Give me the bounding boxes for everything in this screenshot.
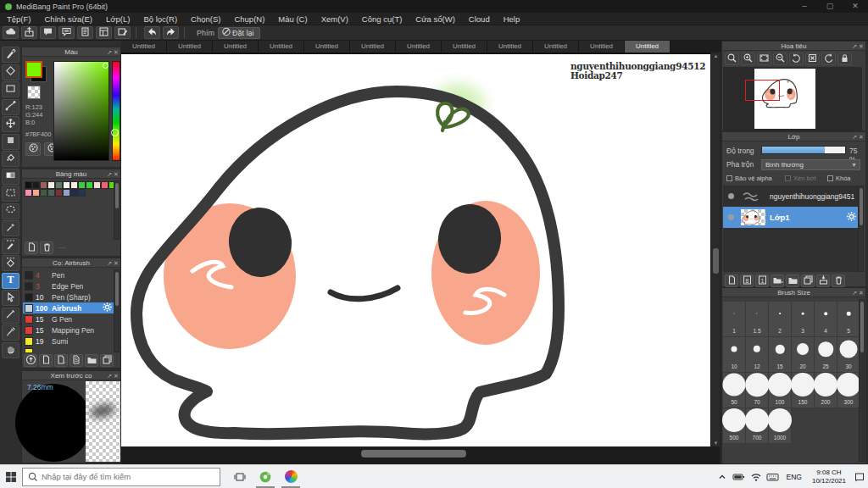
select-rect-tool[interactable] [2, 81, 19, 97]
taskbar-clock[interactable]: 9:08 CH 10/12/2021 [807, 469, 851, 485]
viewport-rectangle[interactable] [745, 80, 780, 101]
palette-swatch-20[interactable] [78, 189, 86, 197]
bucket-tool[interactable] [2, 151, 19, 167]
action-center[interactable] [851, 465, 868, 488]
menu-ch-n-s-[interactable]: Chọn(S) [184, 13, 227, 25]
brush-size-20[interactable]: 20 [792, 337, 815, 373]
transparent-color-swatch[interactable] [27, 86, 41, 99]
minimize-button[interactable]: – [792, 0, 817, 13]
tab-1[interactable]: Untitled [121, 41, 167, 53]
brush-tool[interactable] [2, 47, 19, 63]
tab-2[interactable]: Untitled [167, 41, 213, 53]
palette-swatch-1[interactable] [25, 181, 32, 189]
reset-view-button[interactable] [805, 53, 820, 65]
tab-3[interactable]: Untitled [213, 41, 259, 53]
layer-visibility-dot[interactable] [728, 193, 734, 199]
layer-8bit-button[interactable]: 8 [740, 274, 754, 287]
folder-button[interactable] [786, 274, 799, 287]
maximize-button[interactable]: ▢ [817, 0, 843, 13]
canvas-vertical-scrollbar[interactable]: ▲ ▼ [710, 53, 720, 446]
tab-7[interactable]: Untitled [396, 41, 442, 53]
edit-panel-button[interactable] [114, 26, 131, 39]
scroll-up-icon[interactable]: ▲ [711, 53, 721, 58]
palette-swatch-15[interactable] [40, 189, 47, 197]
brush-size-3[interactable]: 3 [792, 302, 815, 337]
rotate-left-button[interactable] [789, 53, 804, 65]
menu-help[interactable]: Help [497, 13, 527, 25]
new-layer-button[interactable] [725, 274, 738, 287]
brush-size-4[interactable]: 4 [815, 302, 837, 337]
tab-8[interactable]: Untitled [442, 41, 487, 53]
battery-indicator[interactable] [731, 465, 748, 488]
tab-12[interactable]: Untitled [625, 41, 670, 53]
panel-float-close-icons[interactable]: ↗ ✕ [107, 258, 119, 268]
brush-size-700[interactable]: 700 [746, 408, 769, 444]
opacity-slider[interactable] [761, 146, 846, 154]
select-tool[interactable] [2, 186, 19, 202]
menu-l-p-l-[interactable]: Lớp(L) [99, 13, 136, 25]
tab-5[interactable]: Untitled [304, 41, 350, 53]
save-brush-button[interactable]: S [70, 354, 83, 367]
reset-button[interactable]: Đặt lại [218, 27, 260, 39]
note-button[interactable] [77, 26, 93, 39]
alpha-lock-checkbox[interactable]: Bảo vệ alpha [726, 175, 772, 182]
eraser-tool[interactable] [2, 64, 19, 80]
brush-size-scrollbar[interactable] [859, 299, 865, 462]
menu-ch-p-n-[interactable]: Chụp(N) [227, 13, 271, 25]
fill-rect-tool[interactable] [2, 134, 19, 150]
palette-swatch-8[interactable] [78, 181, 86, 189]
text-tool[interactable]: T [2, 273, 19, 289]
brush-size-15[interactable]: 15 [769, 337, 792, 373]
palette-swatch-11[interactable] [101, 181, 108, 189]
menu-c-a-s-w-[interactable]: Cửa sổ(W) [409, 13, 461, 25]
taskbar-app-photos[interactable] [278, 465, 303, 488]
brush-row-sumi[interactable]: 19 Sumi [23, 336, 114, 347]
hand-tool[interactable] [2, 342, 19, 358]
upload-brush-button[interactable] [24, 354, 37, 367]
tab-10[interactable]: Untitled [533, 41, 579, 53]
palette-swatch-16[interactable] [47, 189, 55, 197]
fit-screen-button[interactable] [757, 53, 771, 65]
new-color-button[interactable] [25, 241, 38, 254]
brush-row-pen[interactable]: 4 Pen [23, 269, 114, 280]
navigator-view[interactable] [723, 67, 862, 130]
palette-swatch-18[interactable] [63, 189, 70, 197]
palette-swatch-17[interactable] [55, 189, 63, 197]
delete-layer-button[interactable] [832, 274, 845, 287]
blend-mode-select[interactable]: Bình thường▼ [761, 159, 860, 170]
palette-swatch-10[interactable] [93, 181, 101, 189]
brush-size-50[interactable]: 50 [723, 373, 746, 408]
panel-float-close-icons[interactable]: ↗ ✕ [852, 132, 864, 141]
palette-swatch-7[interactable] [70, 181, 78, 189]
divide-tool[interactable] [2, 308, 19, 324]
brush-menu-button[interactable] [54, 354, 68, 367]
saturation-value-picker[interactable] [53, 61, 109, 161]
brush-row-mapping-pen[interactable]: 15 Mapping Pen [23, 324, 114, 336]
brush-size-70[interactable]: 70 [746, 373, 769, 408]
layer-settings-gear-icon[interactable] [846, 210, 857, 225]
cloud-button[interactable] [3, 26, 19, 39]
lock-button[interactable] [837, 53, 852, 65]
zoom-area-button[interactable] [725, 53, 739, 65]
select-pen-tool[interactable] [2, 238, 19, 254]
chat-button[interactable] [58, 26, 75, 39]
zoom-out-button[interactable] [773, 53, 787, 65]
brush-settings-gear-icon[interactable] [102, 302, 113, 314]
redo-button[interactable] [163, 26, 179, 39]
palette-swatch-14[interactable] [32, 189, 40, 197]
taskbar-app-medibang[interactable] [253, 465, 278, 488]
panel-float-close-icons[interactable]: ↗ ✕ [852, 42, 864, 51]
eyedropper-tool[interactable] [2, 324, 19, 341]
move-tool[interactable] [2, 116, 19, 132]
menu-b-l-c-r-[interactable]: Bộ lọc(R) [136, 13, 184, 25]
task-view-button[interactable] [227, 465, 253, 488]
brush-row-g-pen[interactable]: 15 G Pen [23, 313, 114, 324]
brush-size-1.5[interactable]: 1.5 [746, 302, 769, 337]
brush-row-partial[interactable] [23, 347, 114, 352]
canvas[interactable]: nguyenthihuonggiang94512 Hoidap247 [121, 53, 710, 446]
palette-swatch-13[interactable] [25, 189, 32, 197]
vertical-scroll-thumb[interactable] [713, 248, 719, 274]
menu-ch-nh-s-a-e-[interactable]: Chỉnh sửa(E) [38, 13, 100, 25]
palette-wheel-button[interactable] [25, 142, 41, 156]
delete-color-button[interactable] [40, 241, 53, 254]
